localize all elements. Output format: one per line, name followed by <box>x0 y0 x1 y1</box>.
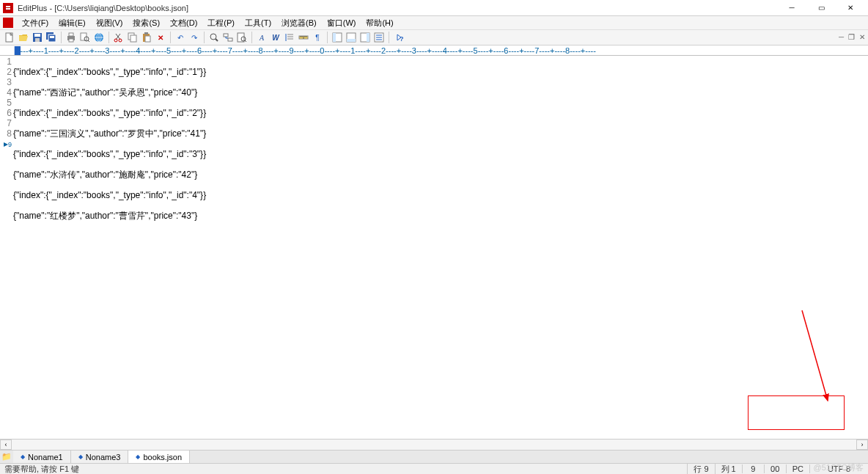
close-button[interactable]: ✕ <box>836 1 865 15</box>
code-line[interactable]: {"index":{"_index":"books","_type":"info… <box>13 67 868 77</box>
tab-noname1[interactable]: ◆Noname1 <box>13 451 71 463</box>
font-style-icon[interactable]: A <box>255 31 268 44</box>
find-icon[interactable] <box>207 31 221 44</box>
save-all-icon[interactable] <box>45 31 58 44</box>
code-content[interactable]: {"index":{"_index":"books","_type":"info… <box>13 56 868 439</box>
line-numbers-icon[interactable] <box>283 31 296 44</box>
code-line[interactable]: {"name":"水浒传","author":"施耐庵","price":"42… <box>13 169 868 180</box>
word-wrap-icon[interactable]: W <box>269 31 282 44</box>
svg-line-29 <box>245 40 246 42</box>
print-icon[interactable] <box>65 31 78 44</box>
svg-rect-10 <box>69 39 73 42</box>
svg-rect-25 <box>224 34 228 37</box>
delete-icon[interactable]: ✕ <box>154 31 167 44</box>
svg-rect-41 <box>333 33 336 42</box>
redo-icon[interactable]: ↷ <box>188 31 201 44</box>
function-list-icon[interactable] <box>372 31 386 44</box>
mdi-close-icon[interactable]: ✕ <box>859 33 865 41</box>
maximize-button[interactable]: ▭ <box>806 1 836 15</box>
copy-icon[interactable] <box>126 31 139 44</box>
paste-icon[interactable] <box>140 31 153 44</box>
ruler-icon[interactable] <box>297 31 310 44</box>
menu-tools[interactable]: 工具(T) <box>240 17 276 29</box>
svg-line-13 <box>88 40 89 42</box>
menu-view[interactable]: 视图(V) <box>92 17 128 29</box>
code-line[interactable]: {"index":{"_index":"books","_type":"info… <box>13 190 868 200</box>
scroll-left-button[interactable]: ‹ <box>0 440 12 450</box>
cut-icon[interactable] <box>112 31 125 44</box>
menu-bar: 文件(F) 编辑(E) 视图(V) 搜索(S) 文档(D) 工程(P) 工具(T… <box>0 16 868 29</box>
menu-search[interactable]: 搜索(S) <box>128 17 164 29</box>
menu-doc[interactable]: 文档(D) <box>166 17 202 29</box>
scroll-right-button[interactable]: › <box>856 440 868 450</box>
status-code: 00 <box>764 464 786 473</box>
status-line: 行 9 <box>687 464 714 475</box>
modified-icon: ◆ <box>136 453 140 460</box>
menu-window[interactable]: 窗口(W) <box>323 17 361 29</box>
mdi-restore-icon[interactable]: ❐ <box>848 33 855 41</box>
open-file-icon[interactable] <box>17 31 30 44</box>
horizontal-scrollbar[interactable]: ‹ › <box>0 439 868 450</box>
folder-icon[interactable]: 📁 <box>0 451 13 463</box>
watermark: @51CTO博客 <box>814 462 864 473</box>
svg-line-24 <box>216 39 218 41</box>
print-preview-icon[interactable] <box>78 31 92 44</box>
menu-edit[interactable]: 编辑(E) <box>54 17 90 29</box>
svg-rect-22 <box>145 36 150 42</box>
window-controls: ─ ▭ ✕ <box>777 1 865 15</box>
status-hint: 需要帮助, 请按 F1 键 <box>0 464 687 475</box>
document-tabs: 📁 ◆Noname1 ◆Noname3 ◆books.json <box>0 450 868 463</box>
svg-rect-19 <box>130 35 136 42</box>
new-file-icon[interactable] <box>3 31 16 44</box>
svg-rect-3 <box>34 34 40 37</box>
replace-icon[interactable] <box>221 31 235 44</box>
modified-icon: ◆ <box>21 453 25 460</box>
find-in-files-icon[interactable] <box>235 31 249 44</box>
tab-noname3[interactable]: ◆Noname3 <box>71 451 129 463</box>
title-bar: EditPlus - [C:\Users\liqiang\Desktop\boo… <box>0 0 868 16</box>
help-icon[interactable]: ? <box>392 31 405 44</box>
svg-rect-9 <box>69 33 73 36</box>
code-line[interactable]: {"name":"西游记","author":"吴承恩","price":"40… <box>13 87 868 98</box>
save-icon[interactable] <box>31 31 44 44</box>
svg-rect-7 <box>50 36 54 38</box>
window-title: EditPlus - [C:\Users\liqiang\Desktop\boo… <box>18 4 777 12</box>
mdi-minimize-icon[interactable]: ─ <box>839 33 844 41</box>
code-line[interactable]: {"index":{"_index":"books","_type":"info… <box>13 149 868 159</box>
undo-icon[interactable]: ↶ <box>174 31 187 44</box>
status-total: 9 <box>742 464 764 473</box>
app-menu-icon <box>3 18 13 28</box>
menu-file[interactable]: 文件(F) <box>18 17 53 29</box>
cliptext-panel-icon[interactable] <box>358 31 372 44</box>
minimize-button[interactable]: ─ <box>777 1 806 15</box>
menu-help[interactable]: 帮助(H) <box>361 17 397 29</box>
output-panel-icon[interactable] <box>345 31 358 44</box>
status-platform: PC <box>786 464 809 473</box>
svg-point-23 <box>210 34 216 40</box>
code-line[interactable]: {"name":"红楼梦","author":"曹雪芹","price":"43… <box>13 211 868 221</box>
svg-rect-21 <box>144 32 148 34</box>
mdi-controls: ─ ❐ ✕ <box>839 33 865 41</box>
scroll-track[interactable] <box>12 440 856 450</box>
tab-books-json[interactable]: ◆books.json <box>128 451 190 463</box>
menu-project[interactable]: 工程(P) <box>203 17 239 29</box>
editor-area[interactable]: 12345678 ▸9 {"index":{"_index":"books","… <box>0 56 868 439</box>
app-icon <box>3 3 13 13</box>
code-line[interactable]: {"index":{"_index":"books","_type":"info… <box>13 108 868 118</box>
browser-icon[interactable] <box>92 31 106 44</box>
ruler: █---+----1----+----2----+----3----+----4… <box>0 45 868 56</box>
svg-rect-43 <box>347 39 356 42</box>
svg-text:?: ? <box>400 35 404 43</box>
dir-panel-icon[interactable] <box>331 31 344 44</box>
modified-icon: ◆ <box>78 453 83 460</box>
show-invisibles-icon[interactable]: ¶ <box>311 31 324 44</box>
code-line[interactable]: {"name":"三国演义","author":"罗贯中","price":"4… <box>13 128 868 139</box>
svg-rect-45 <box>367 33 369 42</box>
status-bar: 需要帮助, 请按 F1 键 行 9 列 1 9 00 PC UTF-8 <box>0 463 868 474</box>
toolbar: ✕ ↶ ↷ A W ¶ ? <box>0 29 868 45</box>
status-col: 列 1 <box>715 464 742 475</box>
menu-browser[interactable]: 浏览器(B) <box>277 17 321 29</box>
line-gutter: 12345678 ▸9 <box>0 56 13 439</box>
svg-rect-27 <box>238 33 244 42</box>
svg-rect-4 <box>35 38 40 42</box>
